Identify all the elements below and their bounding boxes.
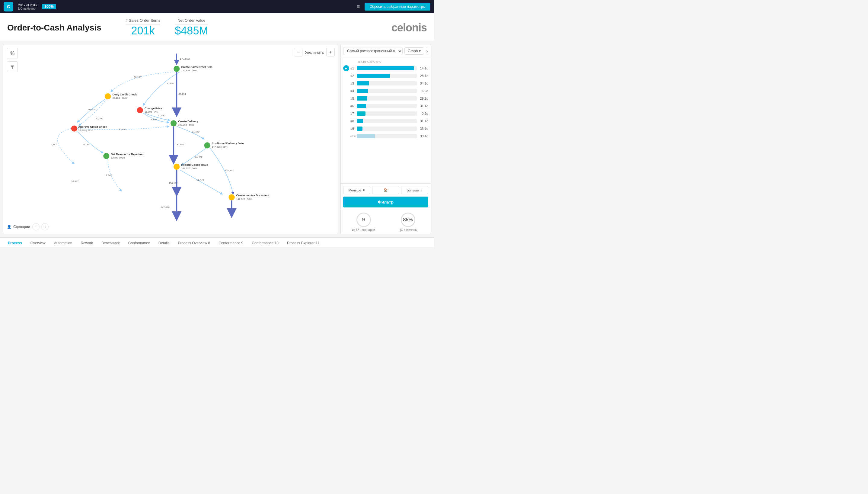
percent-tool-button[interactable]: % <box>7 48 18 59</box>
stat-coverage-value: 85% <box>401 213 415 227</box>
page-title: Order-to-Cash Analysis <box>7 23 101 33</box>
bar-container-5 <box>357 96 417 100</box>
top-bar: C 201k of 201k ЦС выбрано 100% ≡ Сбросит… <box>0 0 434 13</box>
home-button[interactable]: 🏠 <box>372 186 399 194</box>
bar-fill-2 <box>357 74 390 78</box>
scenario-plus-button[interactable]: + <box>41 223 48 230</box>
tab-rework[interactable]: Rework <box>76 239 97 247</box>
tab-benchmark[interactable]: Benchmark <box>97 239 124 247</box>
svg-text:159,966 | 55%: 159,966 | 55% <box>178 124 194 126</box>
filter-tool-button[interactable] <box>7 61 18 72</box>
svg-text:40,400: 40,400 <box>88 108 96 111</box>
bar-container-1 <box>357 66 417 70</box>
zoom-out-button[interactable]: − <box>294 48 302 56</box>
menu-icon[interactable]: ≡ <box>357 4 360 10</box>
bar-container-others <box>357 134 417 138</box>
bar-value-1: 14.1d <box>419 66 428 70</box>
bar-fill-6 <box>357 104 366 108</box>
bar-fill-9 <box>357 127 362 131</box>
svg-text:11,096: 11,096 <box>167 82 174 85</box>
svg-text:Change Price: Change Price <box>144 107 162 110</box>
tab-conformance-10[interactable]: Conformance 10 <box>248 239 283 247</box>
more-button[interactable]: Больше ⇕ <box>401 186 428 194</box>
svg-text:11,479: 11,479 <box>192 130 199 133</box>
svg-text:136,147: 136,147 <box>225 169 234 172</box>
svg-point-29 <box>103 153 109 159</box>
svg-text:89,194: 89,194 <box>178 93 186 95</box>
svg-text:170,853 | 50%: 170,853 | 50% <box>181 69 197 72</box>
bar-container-4 <box>357 89 417 93</box>
more-icon: ⇕ <box>420 188 423 192</box>
tab-process[interactable]: Process <box>4 239 26 247</box>
svg-text:4,180: 4,180 <box>151 118 157 121</box>
stat-scenarios-value: 9 <box>356 213 371 227</box>
metric-net-order-value: Net Order Value $485M <box>175 18 208 37</box>
reset-button[interactable]: Сбросить выбранные параметры <box>364 3 430 11</box>
scenario-button[interactable]: 👤 Сценарии <box>7 225 30 229</box>
svg-point-15 <box>71 125 77 131</box>
zoom-in-button[interactable]: + <box>326 48 335 56</box>
bar-row-5: #5 29.2d <box>343 95 428 102</box>
panel-controls: Меньше ⇕ 🏠 Больше ⇕ <box>341 183 431 196</box>
bar-row-6: #6 31.4d <box>343 103 428 109</box>
bar-label-6: #6 <box>350 104 357 108</box>
tab-process-explorer-11[interactable]: Process Explorer 11 <box>283 239 324 247</box>
tab-process-overview-8[interactable]: Process Overview 8 <box>174 239 215 247</box>
panel-next-button[interactable]: › <box>426 47 428 55</box>
svg-text:Deny Credit Check: Deny Credit Check <box>113 93 137 96</box>
less-button[interactable]: Меньше ⇕ <box>343 186 370 194</box>
svg-text:11,479: 11,479 <box>196 178 204 181</box>
home-icon: 🏠 <box>383 188 388 192</box>
zoom-control: − Увеличить + <box>294 48 335 56</box>
svg-text:170,853: 170,853 <box>180 57 190 60</box>
stat-scenarios-label: из 631 сценарии <box>352 228 375 232</box>
bar-fill-others <box>357 134 375 138</box>
chevron-down-icon: ▾ <box>419 49 421 53</box>
svg-text:Create Invoice Document: Create Invoice Document <box>236 194 269 197</box>
svg-text:11,096: 11,096 <box>158 114 165 117</box>
metric-value-2: $485M <box>175 24 208 37</box>
filter-button[interactable]: Фильтр <box>343 196 428 207</box>
tab-conformance-9[interactable]: Conformance 9 <box>214 239 248 247</box>
bar-label-2: #2 <box>350 74 357 78</box>
sort-dropdown[interactable]: Самый распространенный в <box>343 47 402 55</box>
scenario-minus-button[interactable]: − <box>32 223 40 230</box>
svg-text:Set Reason for Rejection: Set Reason for Rejection <box>111 153 143 156</box>
svg-point-7 <box>105 93 111 99</box>
axis-30: 30% <box>375 60 380 64</box>
graph-view-button[interactable]: Graph ▾ <box>405 48 424 55</box>
panel-stats: 9 из 631 сценарии 85% ЦС охвачены <box>341 210 431 234</box>
bar-container-6 <box>357 104 417 108</box>
tab-details[interactable]: Details <box>154 239 174 247</box>
bar-fill-8 <box>357 119 363 123</box>
bar-container-9 <box>357 127 417 131</box>
less-label: Меньше <box>348 188 361 192</box>
tab-automation[interactable]: Automation <box>50 239 77 247</box>
svg-point-32 <box>204 142 210 148</box>
bar-container-3 <box>357 81 417 86</box>
bar-container-7 <box>357 111 417 116</box>
bar-label-others: others <box>350 135 357 138</box>
tab-overview[interactable]: Overview <box>26 239 50 247</box>
process-flow-svg: 170,853 Create Sales Order Item 170,853 … <box>3 44 338 234</box>
process-graph-area: % − Увеличить + <box>3 44 338 234</box>
bar-row-others: others 30.4d <box>343 133 428 139</box>
bar-value-9: 33.1d <box>419 127 428 130</box>
tab-conformance[interactable]: Conformance <box>124 239 154 247</box>
bar-label-5: #5 <box>350 97 357 100</box>
axis-10: 10% <box>362 60 369 64</box>
play-button-1[interactable]: ▶ <box>343 65 349 71</box>
svg-point-24 <box>171 120 177 126</box>
svg-text:Record Goods Issue: Record Goods Issue <box>181 163 208 166</box>
main-content: % − Увеличить + <box>0 41 434 238</box>
svg-text:30,163 | 36%: 30,163 | 36% <box>113 97 127 99</box>
bar-label-3: #3 <box>350 81 357 85</box>
bar-row-2: #2 28.1d <box>343 73 428 79</box>
bar-container-8 <box>357 119 417 123</box>
panel-header: Самый распространенный в Graph ▾ › <box>341 44 431 58</box>
stat-coverage-label: ЦС охвачены <box>399 228 417 232</box>
selection-sub: ЦС выбрано <box>18 7 37 10</box>
svg-text:131,967: 131,967 <box>175 143 184 146</box>
graph-button-label: Graph <box>408 49 418 53</box>
bar-fill-4 <box>357 89 368 93</box>
